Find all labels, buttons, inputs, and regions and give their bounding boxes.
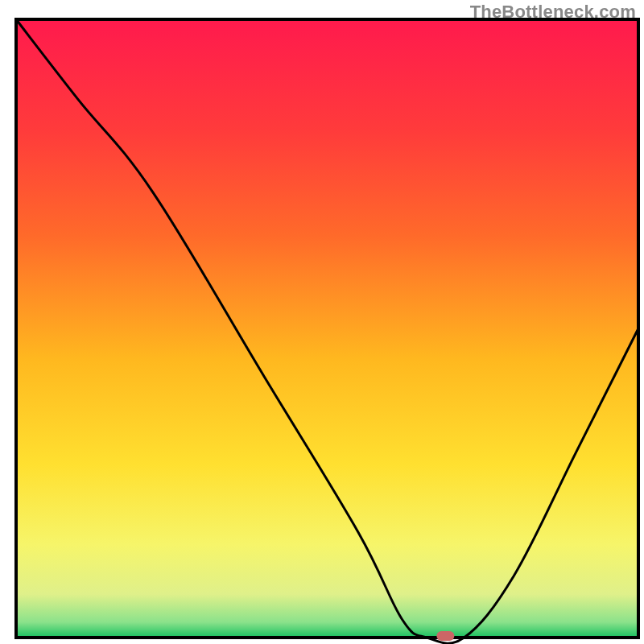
gradient-background — [16, 19, 638, 638]
optimal-marker — [436, 631, 454, 641]
watermark-text: TheBottleneck.com — [470, 2, 636, 23]
bottleneck-chart — [0, 0, 644, 644]
plot-area — [16, 19, 638, 643]
chart-container: TheBottleneck.com — [0, 0, 644, 644]
